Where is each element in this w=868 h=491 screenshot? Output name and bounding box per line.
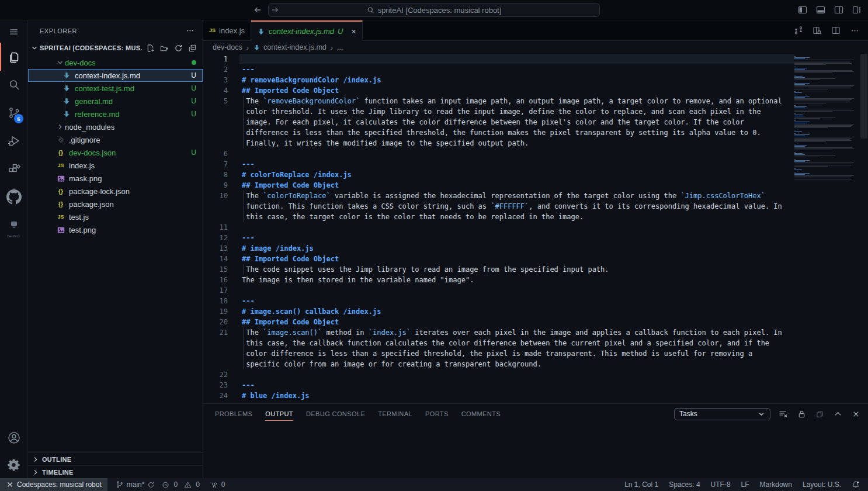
panel-tab-problems[interactable]: PROBLEMS xyxy=(215,404,252,424)
close-panel-icon[interactable] xyxy=(850,409,861,419)
activity-github[interactable] xyxy=(0,183,27,211)
editor-line[interactable]: 20## Imported Code Object xyxy=(203,317,794,327)
panel-tab-output[interactable]: OUTPUT xyxy=(265,404,293,424)
cursor-position[interactable]: Ln 1, Col 1 xyxy=(624,480,658,489)
command-center-search[interactable]: spriteAI [Codespaces: musical robot] xyxy=(268,3,600,17)
customize-layout-icon[interactable] xyxy=(852,5,862,15)
editor-line[interactable]: 23--- xyxy=(203,380,794,390)
breadcrumb-more[interactable]: ... xyxy=(337,43,343,51)
editor-line[interactable]: 11 xyxy=(203,222,794,233)
panel-tab-ports[interactable]: PORTS xyxy=(425,404,449,424)
file-tree-item-package-lock-json[interactable]: {}package-lock.json xyxy=(28,185,203,198)
new-folder-icon[interactable] xyxy=(159,43,169,53)
editor-line[interactable]: 15 The code snippet uses the Jimp librar… xyxy=(203,264,794,275)
maximize-panel-icon[interactable] xyxy=(832,409,843,419)
editor-line[interactable]: 16The image is then stored in the variab… xyxy=(203,275,794,285)
editor-line[interactable]: color difference is less than a specifie… xyxy=(203,348,794,359)
editor-line[interactable]: this case, the target color is the color… xyxy=(203,212,794,222)
editor-line[interactable]: 2--- xyxy=(203,64,794,75)
editor-line[interactable]: 3# removeBackgroundColor /index.js xyxy=(203,75,794,85)
timeline-section[interactable]: TIMELINE xyxy=(28,465,203,478)
navigate-forward-icon[interactable] xyxy=(270,5,280,15)
editor-line[interactable]: 22 xyxy=(203,369,794,380)
editor-line[interactable]: specific color from an image or for crea… xyxy=(203,359,794,369)
workspace-section-header[interactable]: SPRITEAI [CODESPACES: MUS... xyxy=(28,41,203,55)
minimap[interactable] xyxy=(794,54,860,403)
output-channel-select[interactable]: Tasks xyxy=(674,408,770,420)
editor-line[interactable]: color threshold. It uses the Jimp librar… xyxy=(203,106,794,117)
keyboard-layout[interactable]: Layout: U.S. xyxy=(803,480,841,489)
file-tree-item-context-index-js-md[interactable]: context-index.js.mdU xyxy=(28,69,203,82)
tab-context-index-js-md[interactable]: context-index.js.md U × xyxy=(251,20,363,41)
refresh-icon[interactable] xyxy=(173,43,183,53)
editor-line[interactable]: 10 The `colorToReplace` variable is assi… xyxy=(203,191,794,201)
toggle-panel-icon[interactable] xyxy=(815,5,826,15)
activity-source-control[interactable]: 5 xyxy=(0,99,27,127)
breadcrumb-folder[interactable]: dev-docs xyxy=(213,43,242,51)
editor-line[interactable]: 5 The `removeBackgroundColor` function t… xyxy=(203,96,794,106)
editor-line[interactable]: 12--- xyxy=(203,233,794,243)
explorer-more-actions-icon[interactable] xyxy=(186,26,195,35)
editor-line[interactable]: difference is less than the specified th… xyxy=(203,127,794,138)
editor-line[interactable]: 13# image /index.js xyxy=(203,243,794,254)
split-editor-icon[interactable] xyxy=(831,25,841,36)
file-tree-item-dev-docs[interactable]: dev-docs xyxy=(28,56,203,69)
toggle-sidebar-icon[interactable] xyxy=(797,5,808,15)
file-tree-item-reference-md[interactable]: reference.mdU xyxy=(28,108,203,120)
activity-extensions[interactable] xyxy=(0,155,27,183)
activity-accounts[interactable] xyxy=(0,424,27,451)
file-tree-item-test-png[interactable]: test.png xyxy=(28,223,203,236)
file-tree-item--gitignore[interactable]: .gitignore xyxy=(28,133,203,146)
editor-line[interactable]: 14## Imported Code Object xyxy=(203,254,794,264)
scrollbar-slider[interactable] xyxy=(860,54,867,139)
breadcrumb-file[interactable]: context-index.js.md xyxy=(253,43,327,51)
activity-menu[interactable] xyxy=(0,20,27,43)
file-tree-item-test-js[interactable]: JStest.js xyxy=(28,210,203,223)
editor-line[interactable]: this case, the callback function calcula… xyxy=(203,338,794,348)
file-tree-item-package-json[interactable]: {}package.json xyxy=(28,198,203,210)
file-tree-item-index-js[interactable]: JSindex.js xyxy=(28,159,203,172)
new-file-icon[interactable] xyxy=(145,43,155,53)
navigate-back-icon[interactable] xyxy=(252,5,263,15)
encoding[interactable]: UTF-8 xyxy=(711,480,731,489)
editor-line[interactable]: 24# blue /index.js xyxy=(203,390,794,401)
editor-line[interactable]: 4## Imported Code Object xyxy=(203,85,794,96)
activity-explorer[interactable] xyxy=(0,43,27,71)
lock-autoscroll-icon[interactable] xyxy=(796,409,807,419)
panel-tab-debug-console[interactable]: DEBUG CONSOLE xyxy=(306,404,365,424)
indentation[interactable]: Spaces: 4 xyxy=(669,480,700,489)
editor-line[interactable]: function. This function takes a CSS colo… xyxy=(203,201,794,212)
editor-line[interactable]: 8# colorToReplace /index.js xyxy=(203,170,794,180)
git-branch-item[interactable]: main* xyxy=(112,478,159,491)
close-tab-icon[interactable]: × xyxy=(351,27,356,36)
editor-line[interactable]: 6 xyxy=(203,148,794,159)
editor-line[interactable]: Finally, it writes the modified image to… xyxy=(203,138,794,148)
editor-line[interactable]: 9## Imported Code Object xyxy=(203,180,794,191)
file-tree-item-mask-png[interactable]: mask.png xyxy=(28,172,203,185)
activity-settings[interactable] xyxy=(0,451,27,478)
language-mode[interactable]: Markdown xyxy=(760,480,792,489)
eol[interactable]: LF xyxy=(741,480,749,489)
editor-content[interactable]: 12---3# removeBackgroundColor /index.js4… xyxy=(203,54,794,403)
editor-line[interactable]: 7--- xyxy=(203,159,794,170)
compare-changes-icon[interactable] xyxy=(793,25,804,36)
file-tree-item-node-modules[interactable]: node_modules xyxy=(28,120,203,133)
panel-tab-comments[interactable]: COMMENTS xyxy=(461,404,501,424)
notifications-bell-icon[interactable] xyxy=(852,480,860,489)
editor-line[interactable]: 19# image.scan() callback /index.js xyxy=(203,306,794,317)
activity-search[interactable] xyxy=(0,71,27,99)
tab-index-js[interactable]: JS index.js xyxy=(203,20,251,40)
open-preview-icon[interactable] xyxy=(812,25,822,36)
collapse-folders-icon[interactable] xyxy=(188,43,197,53)
editor-line[interactable]: 1 xyxy=(203,54,794,64)
file-tree-item-context-test-js-md[interactable]: context-test.js.mdU xyxy=(28,82,203,95)
problems-item[interactable]: 0 0 xyxy=(158,478,203,491)
activity-run-debug[interactable] xyxy=(0,127,27,155)
editor-line[interactable]: 17 xyxy=(203,285,794,296)
outline-section[interactable]: OUTLINE xyxy=(28,452,203,465)
editor-line[interactable]: 21 The `image.scan()` method in `index.j… xyxy=(203,327,794,338)
remote-indicator[interactable]: Codespaces: musical robot xyxy=(0,478,107,491)
file-tree-item-general-md[interactable]: general.mdU xyxy=(28,95,203,108)
more-actions-icon[interactable] xyxy=(849,25,860,36)
editor-line[interactable]: 18--- xyxy=(203,296,794,306)
